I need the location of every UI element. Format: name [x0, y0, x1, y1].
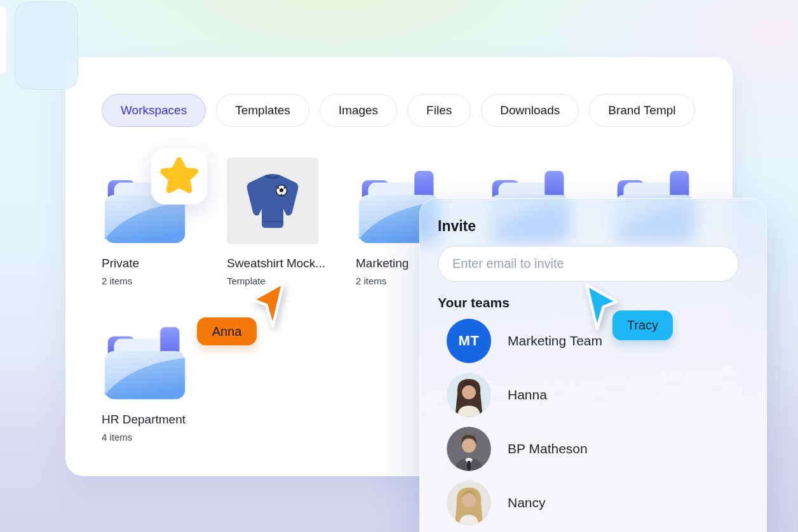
tab-workspaces[interactable]: Workspaces — [102, 94, 206, 127]
tab-bar: Workspaces Templates Images Files Downlo… — [102, 94, 695, 127]
anna-cursor-name: Anna — [212, 324, 242, 339]
invite-panel-title: Invite — [438, 218, 476, 235]
team-row-nancy[interactable]: Nancy — [447, 481, 602, 525]
your-teams-heading: Your teams — [438, 295, 510, 310]
tab-brand-templates[interactable]: Brand Templ — [589, 94, 694, 127]
folder-name: HR Department — [102, 413, 203, 427]
team-name: Hanna — [508, 387, 547, 402]
folder-item-count: 4 items — [102, 432, 203, 442]
hanna-avatar — [447, 373, 491, 417]
tab-downloads[interactable]: Downloads — [481, 94, 579, 127]
nancy-avatar — [447, 481, 491, 525]
template-thumbnail — [227, 157, 328, 244]
tracy-cursor-label: Tracy — [612, 310, 673, 340]
edge-decoration — [0, 6, 6, 74]
tab-templates[interactable]: Templates — [216, 94, 309, 127]
shared-folder-icon — [102, 324, 188, 401]
avatar-initials: MT — [459, 333, 480, 349]
tab-files[interactable]: Files — [407, 94, 471, 127]
marketing-team-avatar: MT — [447, 319, 491, 363]
folder-item-count: 2 items — [102, 276, 203, 286]
bp-matheson-avatar — [447, 427, 491, 471]
team-name: Nancy — [508, 495, 546, 510]
folder-icon-private — [102, 157, 203, 244]
template-tile-sweatshirt[interactable]: Sweatshirt Mock... Template — [227, 157, 328, 286]
template-name: Sweatshirt Mock... — [227, 256, 328, 270]
tab-images[interactable]: Images — [320, 94, 397, 127]
teams-list: MT Marketing Team Hanna BP Matheson Nanc… — [447, 319, 602, 525]
folder-tile-private[interactable]: Private 2 items — [102, 157, 203, 286]
team-name: Marketing Team — [508, 333, 602, 349]
background-card-decoration — [15, 2, 78, 90]
invite-email-input[interactable] — [438, 246, 739, 282]
team-row-hanna[interactable]: Hanna — [447, 373, 602, 417]
folder-tile-hr-department[interactable]: HR Department 4 items — [102, 314, 203, 442]
invite-panel: Invite Your teams MT Marketing Team Hann… — [419, 198, 767, 532]
team-name: BP Matheson — [508, 441, 588, 456]
star-badge-icon — [150, 147, 208, 206]
sweatshirt-image — [227, 157, 318, 244]
folder-name: Private — [102, 256, 203, 270]
screen: Workspaces Templates Images Files Downlo… — [0, 0, 798, 532]
team-row-marketing-team[interactable]: MT Marketing Team — [447, 319, 602, 363]
team-row-bp-matheson[interactable]: BP Matheson — [447, 427, 602, 471]
anna-cursor-label: Anna — [197, 317, 257, 345]
folder-icon-hr — [102, 314, 203, 401]
tracy-cursor-name: Tracy — [627, 318, 658, 333]
